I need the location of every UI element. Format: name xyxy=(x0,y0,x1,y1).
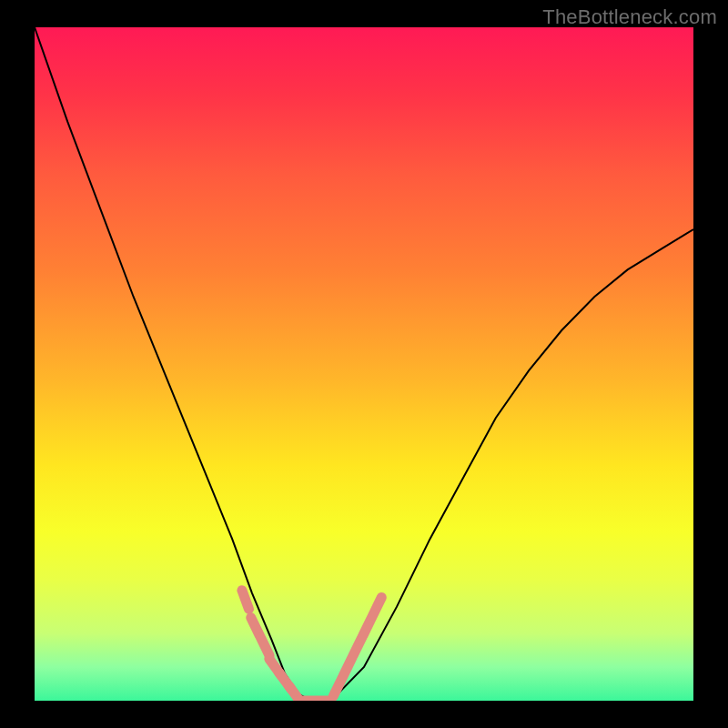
highlight-dash xyxy=(251,618,260,636)
chart-svg xyxy=(35,27,693,701)
highlight-layer xyxy=(242,591,381,701)
plot-area xyxy=(35,27,693,701)
highlight-dash xyxy=(242,591,249,610)
highlight-dash xyxy=(373,598,382,616)
curve-layer xyxy=(35,27,693,701)
highlight-dash xyxy=(363,618,372,636)
highlight-dash xyxy=(333,678,342,696)
highlight-dash xyxy=(353,638,362,656)
highlight-dash xyxy=(343,658,352,676)
chart-frame: TheBottleneck.com xyxy=(0,0,728,728)
watermark: TheBottleneck.com xyxy=(542,5,717,29)
main-curve xyxy=(35,27,693,701)
highlight-dash xyxy=(261,638,270,656)
